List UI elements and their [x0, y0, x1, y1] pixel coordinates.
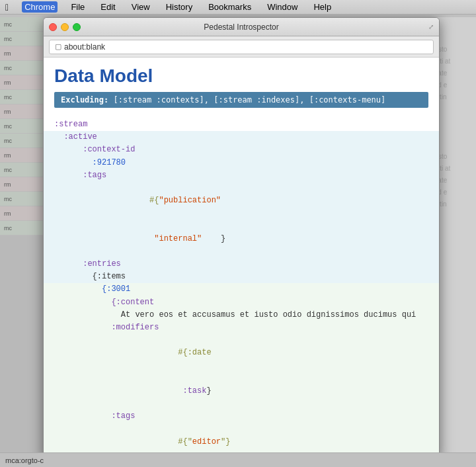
menu-chrome[interactable]: Chrome — [22, 1, 58, 13]
window-title: Pedestal Introspector — [204, 22, 278, 32]
menu-edit[interactable]: Edit — [98, 1, 118, 13]
code-line-context-id-val: :921780 — [54, 157, 428, 169]
dock-item-8: mc — [0, 119, 43, 134]
dock-item-6: mc — [0, 90, 43, 105]
code-line-modifiers: :modifiers — [54, 321, 428, 334]
excluding-bar: Excluding: [:stream :contexts], [:stream… — [54, 92, 428, 108]
menu-window[interactable]: Window — [264, 1, 300, 13]
code-line-tags-internal: "internal" } — [54, 220, 428, 259]
excluding-label: Excluding: — [61, 95, 108, 105]
minimize-button[interactable] — [61, 23, 69, 31]
code-line-content-key: {:content — [54, 296, 428, 309]
menu-file[interactable]: File — [68, 1, 87, 13]
data-model-header: Data Model Excluding: [:stream :contexts… — [44, 58, 439, 113]
content-area[interactable]: Data Model Excluding: [:stream :contexts… — [44, 58, 439, 458]
code-line-items-open: {:items — [54, 271, 428, 283]
dock-item-9: mc — [0, 134, 43, 148]
title-bar: Pedestal Introspector ⤢ — [44, 18, 439, 36]
menu-help[interactable]: Help — [311, 1, 334, 13]
menu-bar:  Chrome File Edit View History Bookmark… — [0, 0, 476, 15]
dock-item-4: mc — [0, 61, 43, 75]
menu-view[interactable]: View — [129, 1, 153, 13]
dock-item-5: rm — [0, 75, 43, 90]
code-line-3001: {:3001 — [54, 283, 428, 296]
code-line-context-id: :context-id — [54, 144, 428, 156]
resize-icon[interactable]: ⤢ — [428, 23, 434, 30]
page-title: Data Model — [54, 65, 428, 87]
window-controls — [49, 23, 81, 31]
code-line-active: :active — [54, 131, 428, 144]
dock-item-12: rm — [0, 177, 43, 192]
code-line-entries: :entries — [54, 258, 428, 271]
dock-item-15: mc — [0, 221, 43, 235]
dock-item-13: mc — [0, 192, 43, 206]
left-dock: mc mc rm mc rm mc rm mc mc rm mc rm mc r… — [0, 17, 43, 459]
code-line-tags-publication: #{"publication" — [54, 182, 428, 220]
apple-logo-icon:  — [5, 2, 9, 13]
close-button[interactable] — [49, 23, 57, 31]
menu-history[interactable]: History — [163, 1, 195, 13]
code-tree: :stream :active :context-id :921780 :tag… — [44, 113, 439, 458]
dock-item-7: rm — [0, 105, 43, 119]
dock-item-1: mc — [0, 17, 43, 32]
menu-bookmarks[interactable]: Bookmarks — [206, 1, 254, 13]
dock-item-14: rm — [0, 206, 43, 221]
address-text: about:blank — [64, 42, 105, 52]
code-line-modifiers-date: #{:date — [54, 334, 428, 372]
code-line-stream: :stream — [54, 118, 428, 131]
address-bar: ▢ about:blank — [44, 36, 439, 58]
maximize-button[interactable] — [73, 23, 81, 31]
dock-item-2: mc — [0, 32, 43, 46]
address-input[interactable]: ▢ about:blank — [49, 40, 434, 54]
code-line-modifiers-task: :task} — [54, 372, 428, 411]
page-icon: ▢ — [55, 42, 61, 51]
browser-window: Pedestal Introspector ⤢ ▢ about:blank Da… — [43, 17, 440, 459]
dock-item-3: rm — [0, 46, 43, 61]
excluding-items: [:stream :contexts], [:stream :indexes],… — [113, 95, 385, 105]
bottom-bar: mca:orgto-c — [0, 452, 476, 467]
code-line-3001-tags: :tags — [54, 410, 428, 423]
dock-item-10: rm — [0, 148, 43, 163]
code-line-tags: :tags — [54, 169, 428, 182]
code-line-content-val: At vero eos et accusamus et iusto odio d… — [54, 309, 428, 321]
dock-item-11: mc — [0, 163, 43, 177]
bottom-bar-text: mca:orgto-c — [5, 456, 44, 464]
